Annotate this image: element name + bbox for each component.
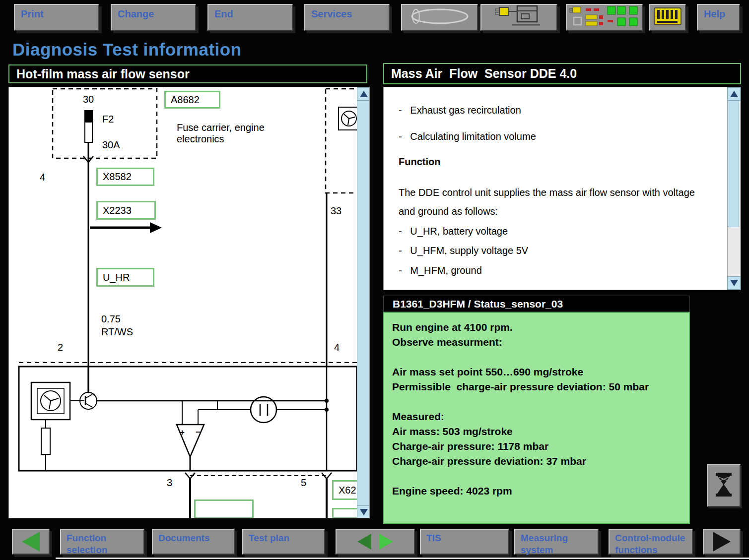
status-line: Charge-air pressure: 1178 mbar [392, 439, 681, 454]
info-bullet: - U_HFM, supply voltage 5V [399, 245, 717, 256]
control-module-functions-button[interactable]: Control-module functions [609, 529, 693, 555]
info-body: The DDE control unit supplies the mass a… [399, 187, 717, 198]
test-information-text: - Exhaust gas recirculation - Calculatin… [384, 87, 727, 290]
pin-5-label: 5 [301, 477, 306, 489]
change-button[interactable]: Change [111, 4, 196, 31]
diagram-scroll-down-button[interactable] [357, 505, 370, 518]
status-line [392, 350, 681, 365]
status-line: Engine speed: 4023 rpm [392, 484, 681, 498]
bottom-divider [56, 558, 749, 559]
connector-icon [652, 5, 683, 30]
status-line: Measured: [392, 409, 681, 424]
hose-oval-button[interactable] [401, 4, 478, 31]
terminal-30-label: 30 [76, 94, 100, 105]
test-plan-button[interactable]: Test plan [242, 529, 325, 555]
info-bullet: - Calculating limitation volume [399, 130, 717, 142]
status-line: Run engine at 4100 rpm. [392, 320, 681, 335]
status-sensor-header: B1361_D3HFM / Status_sensor_03 [383, 296, 690, 312]
tis-button[interactable]: TIS [420, 529, 509, 555]
status-line: Air mass: 503 mg/stroke [392, 424, 681, 439]
diagram-scroll-up-button[interactable] [357, 87, 370, 101]
end-button[interactable]: End [207, 4, 293, 31]
arrow-left-icon [22, 532, 40, 552]
help-button[interactable]: Help [697, 4, 740, 31]
diagram-scrollbar-track[interactable] [357, 87, 370, 518]
right-panel-header: Mass Air Flow Sensor DDE 4.0 [383, 63, 741, 84]
back-button[interactable] [12, 529, 50, 555]
info-scroll-up-button[interactable] [727, 87, 741, 101]
info-scrollbar-thumb[interactable] [728, 101, 739, 227]
status-line [392, 394, 681, 409]
measurement-instructions-box: Run engine at 4100 rpm. Observe measurme… [383, 312, 690, 524]
dis-diagnosis-screen: Print Change End Services [0, 0, 749, 560]
busy-indicator [707, 464, 741, 507]
info-scrollbar[interactable] [727, 87, 741, 290]
connector-x8582-link[interactable]: X8582 [96, 168, 154, 186]
services-button[interactable]: Services [304, 4, 390, 31]
status-line: Charge-air pressure deviation: 37 mbar [392, 454, 681, 469]
test-information-panel: - Exhaust gas recirculation - Calculatin… [383, 87, 741, 290]
scroll-up-icon [360, 91, 368, 97]
documents-button[interactable]: Documents [152, 529, 235, 555]
page-title: Diagnosis Test information [12, 40, 242, 60]
opamp-plus-label: + [180, 428, 185, 437]
info-body: and ground as follows: [399, 205, 717, 217]
measuring-system-button[interactable]: Measuring system [514, 529, 599, 555]
print-button[interactable]: Print [14, 4, 99, 31]
arrow-right-icon [379, 534, 393, 550]
diagram-scrollbar[interactable] [357, 87, 370, 518]
wire-color-label: RT/WS [101, 326, 133, 338]
left-panel-header: Hot-film mass air flow sensor [8, 64, 367, 83]
forward-button[interactable] [703, 529, 741, 555]
arrow-right-icon [713, 532, 731, 552]
wire-gauge-label: 0.75 [101, 313, 121, 325]
info-scroll-down-button[interactable] [727, 276, 741, 290]
status-line [392, 469, 681, 484]
connector-bottom-link[interactable] [194, 499, 254, 518]
fuse-carrier-caption: Fuse carrier, engine electronics [177, 122, 291, 145]
pin-4-left-label: 4 [40, 172, 45, 183]
pin-33-label: 33 [331, 205, 341, 217]
pin-2-label: 2 [58, 342, 63, 353]
scroll-up-icon [730, 91, 738, 97]
pin-4-right-label: 4 [334, 342, 340, 353]
opamp-minus-label: − [196, 428, 201, 437]
wiring-diagram: + − 30 F2 30A A8682 Fuse carrier, engine… [9, 87, 357, 518]
info-bullet: - M_HFM, ground [399, 264, 717, 276]
fuse-name-label: F2 [102, 114, 114, 125]
status-line: Air mass set point 550…690 mg/stroke [392, 365, 681, 379]
wiring-diagram-panel: + − 30 F2 30A A8682 Fuse carrier, engine… [8, 87, 370, 518]
scroll-down-icon [730, 280, 738, 286]
diagnostic-head-button[interactable] [480, 4, 557, 31]
wiring-harness-button[interactable] [566, 4, 643, 31]
scroll-down-icon [360, 509, 368, 515]
status-line: Permissible charge-air pressure deviatio… [392, 379, 681, 394]
wiring-diagram-svg: + − [9, 87, 357, 518]
diagnostic-head-icon [484, 5, 554, 30]
status-line: Observe measurment: [392, 335, 681, 350]
function-selection-button[interactable]: Function selection [60, 529, 144, 555]
hose-icon [405, 5, 475, 30]
hourglass-icon [714, 473, 733, 498]
signal-uhr-link[interactable]: U_HR [96, 268, 154, 287]
arrow-left-icon [357, 534, 371, 550]
info-bullet: - Exhaust gas recirculation [399, 104, 717, 116]
page-navigation-button[interactable] [336, 529, 415, 555]
function-heading: Function [399, 156, 717, 168]
connector-button[interactable] [649, 4, 686, 31]
fuse-rating-label: 30A [102, 139, 120, 151]
component-a8682-link[interactable]: A8682 [164, 91, 220, 109]
connector-x2233-link[interactable]: X2233 [96, 201, 156, 220]
info-bullet: - U_HR, battery voltage [399, 225, 717, 237]
wiring-harness-icon [569, 4, 640, 31]
pin-3-label: 3 [167, 477, 172, 489]
